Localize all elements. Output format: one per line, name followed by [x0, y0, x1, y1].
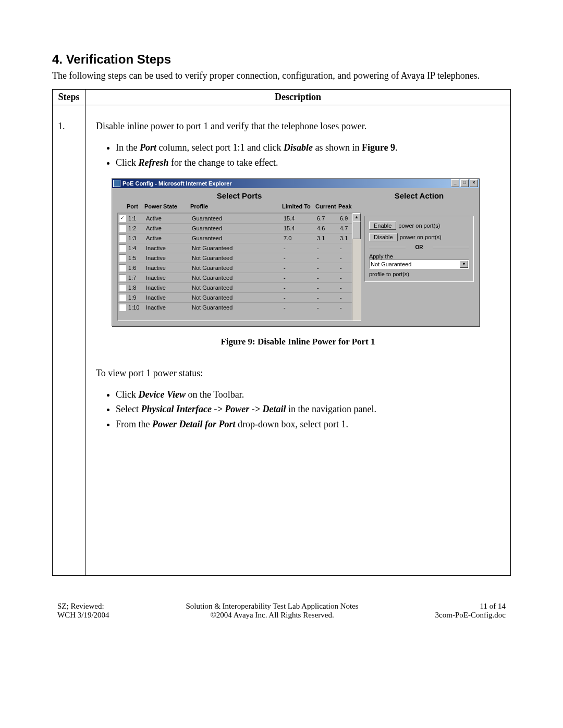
footer-right: 11 of 14 3com-PoE-Config.doc: [435, 602, 506, 620]
maximize-button[interactable]: □: [460, 179, 469, 187]
cell-port: 1:5: [128, 255, 146, 261]
port-checkbox[interactable]: [119, 294, 126, 301]
figure-caption: Figure 9: Disable Inline Power for Port …: [96, 337, 500, 347]
table-row: 1:4InactiveNot Guaranteed---: [118, 243, 361, 253]
cell-port: 1:2: [128, 225, 146, 231]
footer-center: Solution & Interoperability Test Lab App…: [186, 602, 359, 620]
footer-left: SZ; Reviewed: WCH 3/19/2004: [57, 602, 109, 620]
port-checkbox[interactable]: [119, 225, 126, 232]
enable-button[interactable]: Enable: [369, 221, 396, 230]
cell-limited: 15.4: [284, 225, 317, 231]
profile-select[interactable]: Not Guaranteed ▼: [369, 260, 469, 269]
table-row: 1:8InactiveNot Guaranteed---: [118, 282, 361, 292]
bullet-3: Click Device View on the Toolbar.: [116, 388, 500, 401]
cell-profile: Not Guaranteed: [192, 294, 284, 301]
cell-state: Active: [146, 235, 192, 241]
cell-port: 1:4: [128, 245, 146, 251]
cell-profile: Not Guaranteed: [192, 285, 284, 291]
cell-profile: Not Guaranteed: [192, 304, 284, 311]
cell-limited: -: [284, 285, 317, 291]
disable-button[interactable]: Disable: [369, 233, 398, 241]
action-panel: Enable power on port(s) Disable power on…: [364, 216, 474, 282]
cell-current: -: [317, 255, 340, 261]
table-row: 1:2ActiveGuaranteed15.44.64.7: [118, 223, 361, 233]
port-checkbox[interactable]: [119, 264, 126, 272]
step-intro: Disable inline power to port 1 and verif…: [96, 121, 500, 132]
step-description: Disable inline power to port 1 and verif…: [85, 105, 511, 575]
cell-limited: -: [284, 304, 317, 311]
cell-state: Inactive: [146, 245, 192, 251]
scroll-up-icon[interactable]: ▲: [352, 213, 361, 222]
ie-icon: [113, 180, 120, 187]
port-checkbox[interactable]: [119, 244, 126, 252]
cell-limited: 7.0: [284, 235, 317, 241]
cell-port: 1:6: [128, 265, 146, 271]
table-row: 1:10InactiveNot Guaranteed---: [118, 302, 361, 312]
cell-state: Active: [146, 225, 192, 231]
cell-current: 4.6: [317, 225, 340, 231]
cell-current: 3.1: [317, 235, 340, 241]
cell-port: 1:3: [128, 235, 146, 241]
cell-state: Active: [146, 215, 192, 221]
cell-port: 1:10: [128, 304, 146, 311]
cell-current: -: [317, 304, 340, 311]
select-action-title: Select Action: [364, 191, 474, 200]
cell-limited: -: [284, 275, 317, 281]
table-row: ✓1:1ActiveGuaranteed15.46.76.9: [118, 213, 361, 223]
cell-profile: Not Guaranteed: [192, 255, 284, 261]
table-row: 1:5InactiveNot Guaranteed---: [118, 253, 361, 263]
minimize-button[interactable]: _: [451, 179, 459, 187]
port-checkbox[interactable]: [119, 254, 126, 262]
port-checkbox[interactable]: [119, 274, 126, 281]
steps-table: Steps Description 1. Disable inline powe…: [52, 89, 511, 575]
cell-current: -: [317, 294, 340, 301]
close-button[interactable]: ×: [470, 179, 478, 187]
scroll-thumb[interactable]: [352, 221, 361, 239]
cell-state: Inactive: [146, 285, 192, 291]
cell-port: 1:1: [128, 215, 146, 221]
cell-profile: Not Guaranteed: [192, 275, 284, 281]
window-title: PoE Config - Microsoft Internet Explorer: [123, 180, 232, 187]
th-description: Description: [85, 90, 511, 105]
bullet-4: Select Physical Interface -> Power -> De…: [116, 403, 500, 415]
page-footer: SZ; Reviewed: WCH 3/19/2004 Solution & I…: [52, 602, 511, 620]
or-divider: OR: [369, 244, 469, 250]
cell-state: Inactive: [146, 275, 192, 281]
cell-limited: -: [284, 265, 317, 271]
bullet-2: Click Refresh for the change to take eff…: [116, 156, 500, 169]
cell-state: Inactive: [146, 265, 192, 271]
cell-limited: -: [284, 255, 317, 261]
cell-current: -: [317, 285, 340, 291]
port-checkbox[interactable]: [119, 235, 126, 242]
power-on-ports-label-2: power on port(s): [400, 234, 442, 240]
intro-text: The following steps can be used to verif…: [52, 70, 511, 82]
port-checkbox[interactable]: [119, 284, 126, 291]
th-steps: Steps: [53, 90, 85, 105]
port-checkbox[interactable]: ✓: [119, 215, 126, 222]
apply-the-label: Apply the: [369, 253, 469, 260]
cell-profile: Not Guaranteed: [192, 265, 284, 271]
cell-state: Inactive: [146, 304, 192, 311]
port-checkbox[interactable]: [119, 304, 126, 311]
cell-port: 1:9: [128, 294, 146, 301]
cell-profile: Guaranteed: [192, 225, 284, 231]
cell-current: -: [317, 245, 340, 251]
table-row: 1:9InactiveNot Guaranteed---: [118, 292, 361, 302]
cell-limited: -: [284, 294, 317, 301]
cell-state: Inactive: [146, 255, 192, 261]
table-row: 1:6InactiveNot Guaranteed---: [118, 263, 361, 273]
table-row: 1:3ActiveGuaranteed7.03.13.1: [118, 233, 361, 243]
table-row: 1:7InactiveNot Guaranteed---: [118, 273, 361, 282]
after-figure-text: To view port 1 power status:: [96, 368, 500, 379]
chevron-down-icon[interactable]: ▼: [460, 261, 468, 268]
bullet-5: From the Power Detail for Port drop-down…: [116, 418, 500, 430]
cell-port: 1:8: [128, 285, 146, 291]
cell-port: 1:7: [128, 275, 146, 281]
port-headers: Port Power State Profile Limited To Curr…: [117, 202, 361, 213]
cell-current: -: [317, 265, 340, 271]
titlebar: PoE Config - Microsoft Internet Explorer…: [112, 179, 479, 188]
select-ports-title: Select Ports: [117, 191, 361, 200]
cell-profile: Guaranteed: [192, 235, 284, 241]
cell-limited: 15.4: [284, 215, 317, 221]
scrollbar[interactable]: ▲: [352, 213, 361, 320]
